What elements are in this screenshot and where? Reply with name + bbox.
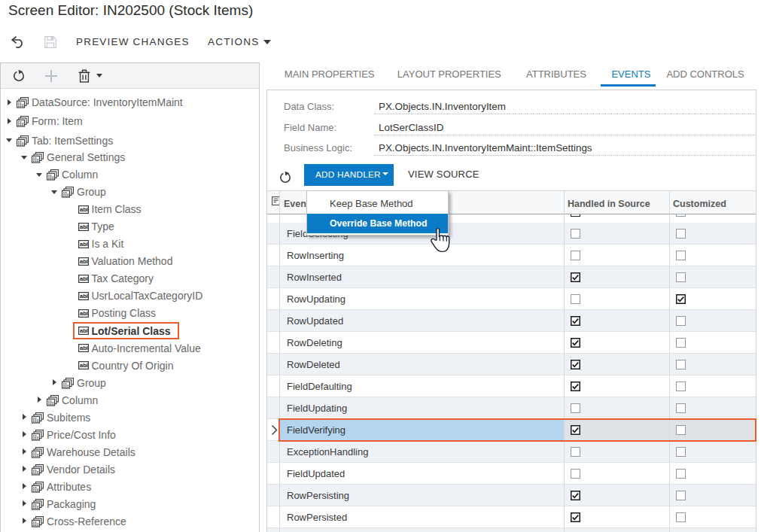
svg-text:abl: abl (80, 258, 88, 265)
svg-text:abl: abl (80, 275, 88, 282)
svg-text:abl: abl (80, 345, 88, 351)
svg-text:abl: abl (80, 241, 88, 248)
svg-text:abl: abl (80, 362, 88, 369)
svg-text:abl: abl (80, 223, 88, 230)
svg-text:abl: abl (80, 206, 88, 213)
svg-text:abl: abl (80, 293, 88, 299)
svg-text:abl: abl (80, 310, 88, 317)
